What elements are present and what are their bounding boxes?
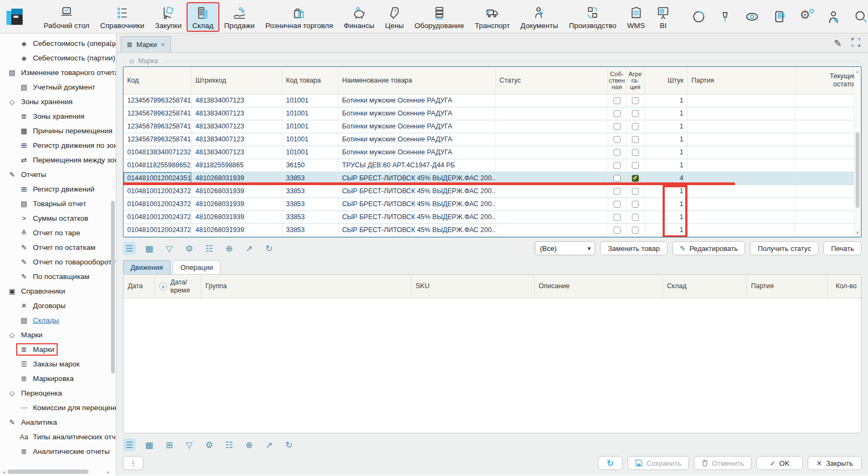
own-checkbox[interactable] — [614, 136, 621, 143]
cell-code[interactable]: 123456789632587412... — [123, 107, 191, 120]
cell-barcode[interactable]: 4813834007123 — [191, 133, 282, 146]
grid-vertical-scrollbar[interactable]: ▴ ▾ — [854, 67, 860, 236]
col-datetime[interactable]: ▴Дата/ время — [155, 275, 201, 298]
own-checkbox[interactable] — [614, 123, 621, 130]
export-icon[interactable]: ↗ — [243, 242, 256, 255]
cell-status[interactable] — [495, 133, 608, 146]
cell-barcode[interactable]: 4810268031939 — [191, 198, 282, 210]
nav-equipment[interactable]: Оборудование — [410, 3, 469, 31]
refresh-icon[interactable]: ↻ — [263, 242, 275, 255]
cell-batch[interactable] — [687, 223, 795, 236]
own-checkbox[interactable] — [614, 188, 621, 195]
clock-icon[interactable] — [692, 10, 706, 24]
sidebar-item[interactable]: ▦ Причины перемещения — [0, 124, 116, 138]
cell-balance[interactable] — [795, 94, 861, 107]
replace-item-button[interactable]: Заменить товар — [600, 241, 667, 255]
cell-barcode[interactable]: 4813834007123 — [191, 107, 282, 120]
cell-code[interactable]: 010481001200243721... — [123, 185, 191, 198]
col-group[interactable]: Группа — [201, 275, 411, 298]
sidebar-item[interactable]: ▤ Склады — [0, 313, 116, 328]
cell-item-code[interactable]: 101001 — [282, 146, 338, 159]
aggregation-checkbox[interactable] — [632, 227, 639, 234]
ok-button[interactable]: ✓OK — [756, 456, 803, 470]
aggregation-checkbox[interactable] — [632, 123, 639, 130]
col-item-code[interactable]: Код товара — [282, 67, 338, 94]
sidebar-item[interactable]: ✕ Договоры — [0, 298, 116, 313]
cell-code[interactable]: 123456789632587412... — [123, 133, 191, 146]
more-options-button[interactable]: ⋮ — [123, 456, 143, 470]
sidebar-item[interactable]: ✎ Отчет по остаткам — [0, 240, 116, 255]
sidebar-item[interactable]: ≣ Маркировка — [0, 371, 116, 386]
sidebar-item[interactable]: ⋯ Комиссии для переоценки — [0, 400, 116, 415]
search-icon[interactable] — [853, 9, 868, 24]
cell-code[interactable]: 010481001200243721... — [123, 223, 191, 236]
cell-item-code[interactable]: 33853 — [282, 210, 338, 223]
cell-item-name[interactable]: СЫР БРЕСТ-ЛИТОВСК 45% ВЫДЕРЖ.ФАС 200... — [338, 210, 495, 223]
cell-qty[interactable]: 1 — [644, 94, 687, 107]
fullscreen-icon[interactable] — [851, 38, 860, 49]
cell-qty[interactable]: 1 — [644, 223, 687, 236]
sidebar-item[interactable]: ✎ По поставщикам — [0, 269, 116, 284]
cell-qty[interactable]: 1 — [644, 120, 687, 133]
nav-wms[interactable]: WMS — [622, 3, 650, 31]
cell-batch[interactable] — [687, 185, 795, 198]
edit-button[interactable]: ✎Редактировать — [672, 241, 746, 255]
cell-status[interactable] — [495, 172, 608, 185]
tab-operations[interactable]: Операции — [173, 260, 221, 274]
col-description[interactable]: Описание — [534, 275, 663, 298]
cell-item-code[interactable]: 33853 — [282, 198, 338, 210]
eye-icon[interactable] — [745, 10, 760, 24]
nav-warehouse[interactable]: Склад — [188, 3, 218, 31]
own-checkbox[interactable] — [614, 110, 621, 117]
scroll-down-arrow[interactable]: ▾ — [855, 230, 860, 235]
cell-barcode[interactable]: 4811825598865 — [191, 159, 282, 172]
scrollbar-thumb[interactable] — [856, 132, 859, 208]
sidebar-item[interactable]: ≜ Отчет по таре — [0, 226, 116, 240]
sidebar-item[interactable]: ⊞ Регистр движений — [0, 182, 116, 196]
cell-item-name[interactable]: Ботинки мужские Осенние РАДУГА — [338, 107, 495, 120]
cell-status[interactable] — [495, 120, 608, 133]
cell-item-name[interactable]: Ботинки мужские Осенние РАДУГА — [338, 146, 495, 159]
aggregation-checkbox[interactable] — [632, 188, 639, 195]
cell-code[interactable]: 010481182559886521... — [123, 159, 191, 172]
cell-qty[interactable]: 1 — [644, 198, 687, 210]
col-batch[interactable]: Партия — [747, 275, 828, 298]
sidebar-item[interactable]: ▣ Справочники — [0, 284, 116, 298]
sidebar-vertical-scrollbar[interactable] — [111, 201, 115, 373]
sidebar-item[interactable]: Aa Типы аналитических отчет — [0, 430, 116, 444]
pin-icon[interactable] — [719, 10, 732, 24]
aggregation-checkbox[interactable] — [632, 110, 639, 117]
cell-item-code[interactable]: 33853 — [282, 172, 338, 185]
sidebar-item[interactable]: ≣ Аналитические отчеты — [0, 444, 116, 459]
cell-batch[interactable] — [687, 94, 795, 107]
cell-item-name[interactable]: ТРУСЫ ДЕВ.60 АРТ.4С1947-Д44 РБ — [338, 159, 495, 172]
cell-status[interactable] — [495, 223, 608, 236]
cell-item-name[interactable]: СЫР БРЕСТ-ЛИТОВСК 45% ВЫДЕРЖ.ФАС 200... — [338, 198, 495, 210]
table-row[interactable]: 010481182559886521... 4811825598865 3615… — [123, 159, 861, 172]
table-row[interactable]: 010481001200243721... 4810268031939 3385… — [123, 198, 861, 210]
table-row[interactable]: 123456789632587412... 4813834007123 1010… — [123, 94, 861, 107]
refresh-button[interactable]: ↻ — [598, 456, 623, 470]
aggregation-checkbox[interactable] — [632, 175, 639, 182]
refresh-icon[interactable]: ↻ — [283, 438, 295, 451]
cell-balance[interactable] — [795, 159, 861, 172]
cell-status[interactable] — [495, 210, 608, 223]
col-item-name[interactable]: Наименование товара — [338, 67, 495, 94]
aggregation-checkbox[interactable] — [632, 214, 639, 221]
col-aggregation[interactable]: Агре га- ция — [626, 67, 644, 94]
cell-qty[interactable]: 1 — [644, 107, 687, 120]
numbered-list-icon[interactable]: ☷ — [223, 438, 236, 451]
scroll-up-arrow[interactable]: ▴ — [109, 38, 112, 44]
cell-qty[interactable]: 4 — [644, 172, 687, 185]
cell-status[interactable] — [495, 159, 608, 172]
nav-bi[interactable]: BI — [651, 3, 676, 31]
table-row[interactable]: 010481001200243721... 4810268031939 3385… — [123, 185, 861, 198]
sidebar-item[interactable]: ◇ Переоценка — [0, 386, 116, 400]
numbered-list-icon[interactable]: ☷ — [203, 242, 216, 255]
user-lock-icon[interactable] — [826, 10, 841, 24]
sidebar-item[interactable]: ☰ Заказы марок — [0, 357, 116, 371]
tab-movements[interactable]: Движения — [123, 260, 170, 274]
cell-barcode[interactable]: 4813834007123 — [191, 146, 282, 159]
cell-balance[interactable] — [795, 146, 861, 159]
own-checkbox[interactable] — [614, 97, 621, 104]
